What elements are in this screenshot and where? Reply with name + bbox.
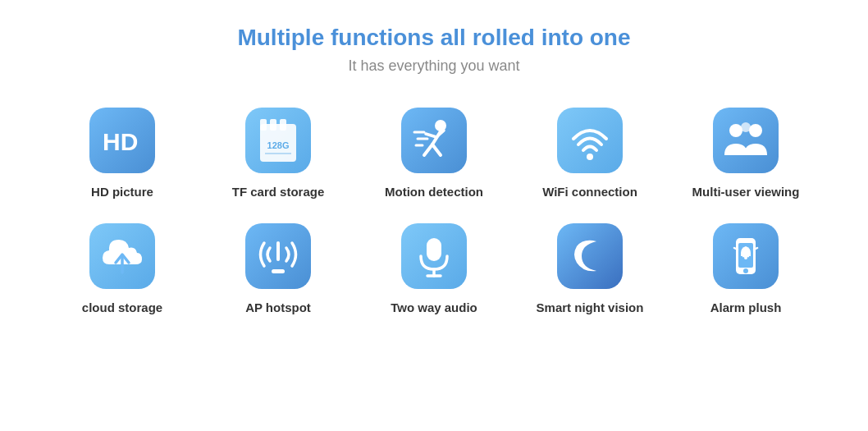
feature-multiuser: Multi-user viewing <box>668 99 824 215</box>
subtitle: It has everything you want <box>237 57 630 75</box>
ap-icon-box <box>245 223 311 289</box>
wifi-icon-box <box>557 108 623 173</box>
audio-icon <box>409 232 459 281</box>
svg-point-18 <box>749 124 762 137</box>
svg-line-12 <box>432 144 441 155</box>
svg-line-9 <box>426 134 436 137</box>
svg-point-17 <box>729 124 742 137</box>
svg-text:HD: HD <box>103 128 138 155</box>
feature-hd-picture: HD HD picture <box>44 99 200 215</box>
alarm-icon-box <box>713 223 779 289</box>
motion-icon <box>409 116 459 165</box>
svg-point-16 <box>587 154 593 160</box>
svg-point-19 <box>741 122 751 132</box>
feature-alarm: Alarm plush <box>668 215 824 331</box>
svg-rect-2 <box>260 119 267 131</box>
svg-rect-23 <box>427 238 441 261</box>
svg-rect-4 <box>280 119 286 131</box>
motion-icon-box <box>401 108 467 173</box>
feature-tf-card: 128G TF card storage <box>200 99 356 215</box>
cloud-icon <box>98 232 147 281</box>
alarm-label: Alarm plush <box>710 300 782 314</box>
wifi-label: WiFi connection <box>542 185 637 199</box>
svg-point-29 <box>744 256 747 259</box>
hd-icon-box: HD <box>89 108 155 173</box>
features-row-2: cloud storage AP hotspot <box>24 215 844 331</box>
audio-label: Two way audio <box>391 300 477 314</box>
cloud-icon-box <box>89 223 155 289</box>
svg-rect-22 <box>272 269 285 273</box>
feature-ap: AP hotspot <box>200 215 356 331</box>
features-row-1: HD HD picture 128G TF card storage <box>24 99 844 215</box>
page-header: Multiple functions all rolled into one I… <box>237 25 630 75</box>
feature-audio: Two way audio <box>356 215 512 331</box>
tf-icon-box: 128G <box>245 108 311 173</box>
feature-cloud: cloud storage <box>44 215 200 331</box>
tf-card-icon: 128G <box>257 116 299 165</box>
feature-motion: Motion detection <box>356 99 512 215</box>
night-label: Smart night vision <box>537 300 644 314</box>
audio-icon-box <box>401 223 467 289</box>
cloud-label: cloud storage <box>82 300 162 314</box>
ap-label: AP hotspot <box>245 300 311 314</box>
night-icon <box>565 232 614 281</box>
svg-rect-21 <box>276 241 280 261</box>
wifi-icon <box>565 116 614 165</box>
hd-label: HD picture <box>91 185 153 199</box>
multiuser-icon <box>721 116 770 165</box>
night-icon-box <box>557 223 623 289</box>
ap-icon <box>254 232 303 281</box>
svg-line-11 <box>424 144 432 155</box>
main-title: Multiple functions all rolled into one <box>237 25 630 51</box>
multiuser-label: Multi-user viewing <box>692 185 800 199</box>
tf-label: TF card storage <box>232 185 325 199</box>
svg-point-32 <box>743 268 748 273</box>
svg-text:128G: 128G <box>267 140 290 150</box>
motion-label: Motion detection <box>385 185 483 199</box>
alarm-icon <box>721 232 770 281</box>
svg-rect-3 <box>270 119 276 131</box>
feature-night: Smart night vision <box>512 215 668 331</box>
hd-icon: HD <box>99 126 145 155</box>
multiuser-icon-box <box>713 108 779 173</box>
features-grid: HD HD picture 128G TF card storage <box>24 99 844 331</box>
feature-wifi: WiFi connection <box>512 99 668 215</box>
